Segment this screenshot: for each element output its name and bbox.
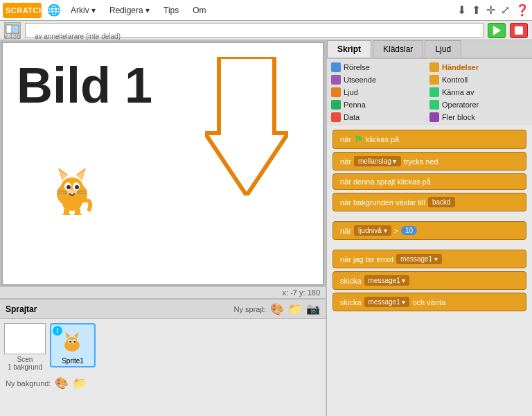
sprite1-label: Sprite1 bbox=[53, 357, 93, 365]
skicka-vanta-dropdown[interactable]: message1 ▾ bbox=[364, 297, 410, 307]
scene-item: Scen1 bakgrund bbox=[4, 323, 46, 371]
sprites-content: Scen1 bakgrund i bbox=[0, 319, 326, 375]
cat-känna-av[interactable]: Känna av bbox=[429, 87, 528, 98]
blocks-area: när ⚑ klickas på när mellanslag ▾ trycks… bbox=[327, 125, 532, 416]
svg-point-15 bbox=[66, 185, 71, 189]
cat-ljud[interactable]: Ljud bbox=[331, 87, 429, 98]
skicka-dropdown[interactable]: message1 ▾ bbox=[364, 275, 410, 286]
ljudnivå-value[interactable]: 10 bbox=[401, 226, 417, 235]
block-tar-emot[interactable]: när jag tar emot message1 ▾ bbox=[332, 250, 526, 268]
stage: Bild 1 bbox=[1, 42, 324, 286]
sprites-title: Sprajtar bbox=[6, 304, 37, 314]
cat-operatorer[interactable]: Operatorer bbox=[429, 99, 528, 110]
tab-skript[interactable]: Skript bbox=[327, 40, 371, 58]
block-skicka[interactable]: skicka message1 ▾ bbox=[332, 271, 526, 290]
bakgrund-dropdown[interactable]: backd bbox=[428, 197, 455, 207]
scene-thumbnail bbox=[4, 323, 46, 354]
stage-text: Bild 1 bbox=[17, 57, 152, 114]
cat-data[interactable]: Data bbox=[331, 112, 429, 123]
coordinates: x: -7 y: 180 bbox=[0, 287, 326, 298]
cat-penna[interactable]: Penna bbox=[331, 99, 429, 110]
stage-arrow bbox=[205, 57, 288, 196]
top-bar: SCRATCH 🌐 Arkiv ▾ Redigera ▾ Tips Om ⬇ ⬆… bbox=[0, 0, 532, 21]
svg-point-25 bbox=[62, 213, 71, 215]
svg-point-16 bbox=[75, 185, 79, 189]
author-label: av annelielarare (inte delad) bbox=[35, 33, 121, 40]
cat-rörelse[interactable]: Rörelse bbox=[331, 62, 429, 73]
svg-marker-31 bbox=[74, 332, 79, 338]
green-flag-button[interactable] bbox=[488, 23, 506, 38]
fullscreen-icon[interactable]: ✛ bbox=[486, 3, 495, 17]
menu-tips[interactable]: Tips bbox=[159, 4, 183, 17]
cat-kontroll[interactable]: Kontroll bbox=[429, 74, 528, 85]
upload-icon[interactable]: ⬆ bbox=[472, 3, 481, 17]
ny-bakgrund-label: Ny bakgrund: bbox=[6, 379, 51, 388]
svg-marker-30 bbox=[65, 332, 70, 338]
stop-button[interactable] bbox=[510, 23, 528, 38]
svg-text:SCRATCH: SCRATCH bbox=[6, 6, 42, 15]
paint-bg-icon[interactable]: 🎨 bbox=[55, 376, 69, 390]
help-icon[interactable]: ❓ bbox=[515, 3, 529, 17]
svg-rect-4 bbox=[6, 25, 12, 33]
categories: Rörelse Utseende Ljud Penna bbox=[327, 59, 532, 125]
version-label: v.436 bbox=[4, 33, 21, 40]
second-bar: Untitled v.436 av annelielarare (inte de… bbox=[0, 21, 532, 40]
block-skicka-vanta[interactable]: skicka message1 ▾ och vänta bbox=[332, 293, 526, 311]
block-sprajt-klick[interactable]: när denna sprajt klickas på bbox=[332, 173, 526, 190]
svg-point-29 bbox=[66, 337, 78, 347]
svg-point-34 bbox=[69, 340, 71, 343]
main-layout: Bild 1 bbox=[0, 40, 532, 416]
block-bakgrund-växer[interactable]: när bakgrunden växlar till backd bbox=[332, 193, 526, 211]
menu-redigera[interactable]: Redigera ▾ bbox=[105, 4, 154, 17]
scratch-logo: SCRATCH bbox=[3, 3, 42, 18]
mellanslag-dropdown[interactable]: mellanslag ▾ bbox=[354, 156, 401, 166]
green-flag-icon-inline: ⚑ bbox=[354, 134, 363, 145]
ny-bakgrund-row: Ny bakgrund: 🎨 📁 bbox=[0, 375, 326, 391]
menu-om[interactable]: Om bbox=[188, 4, 210, 17]
ljudnivå-dropdown[interactable]: ljudnivå ▾ bbox=[354, 225, 391, 236]
sprite1-item[interactable]: i Sprite1 bbox=[50, 323, 96, 367]
svg-point-26 bbox=[73, 213, 82, 215]
stage-area: Bild 1 bbox=[0, 40, 326, 416]
upload-sprite-icon[interactable]: 📁 bbox=[288, 302, 302, 315]
svg-point-17 bbox=[67, 189, 77, 195]
tabs: Skript Klädslar Ljud bbox=[327, 40, 532, 59]
svg-marker-27 bbox=[205, 57, 288, 196]
upload-bg-icon[interactable]: 📁 bbox=[73, 376, 87, 390]
tar-emot-dropdown[interactable]: message1 ▾ bbox=[396, 254, 442, 264]
new-sprite-label: Ny sprajt: bbox=[234, 305, 266, 313]
menu-arkiv[interactable]: Arkiv ▾ bbox=[66, 4, 100, 17]
cat-fler-block[interactable]: Fler block bbox=[429, 112, 528, 123]
download-icon[interactable]: ⬇ bbox=[457, 3, 466, 17]
block-mellanslag[interactable]: när mellanslag ▾ trycks ned bbox=[332, 152, 526, 171]
camera-sprite-icon[interactable]: 📷 bbox=[306, 302, 320, 315]
svg-marker-5 bbox=[493, 26, 501, 35]
globe-icon: 🌐 bbox=[47, 3, 61, 17]
cat-utseende[interactable]: Utseende bbox=[331, 74, 429, 85]
sprite1-info-badge: i bbox=[53, 326, 62, 336]
scene-label: Scen1 bakgrund bbox=[4, 356, 46, 371]
sprites-panel: Sprajtar Ny sprajt: 🎨 📁 📷 Scen1 bakgrund… bbox=[0, 298, 326, 416]
tab-ljud[interactable]: Ljud bbox=[425, 40, 461, 58]
stage-cat bbox=[44, 159, 100, 215]
svg-point-35 bbox=[73, 340, 76, 343]
svg-rect-6 bbox=[515, 26, 523, 35]
tab-kladdslar[interactable]: Klädslar bbox=[373, 40, 423, 58]
block-ljudnivå[interactable]: när ljudnivå ▾ > 10 bbox=[332, 221, 526, 240]
sprites-header: Sprajtar Ny sprajt: 🎨 📁 📷 bbox=[0, 300, 326, 319]
paint-sprite-icon[interactable]: 🎨 bbox=[270, 302, 284, 315]
turbo-icon[interactable]: ⤢ bbox=[501, 3, 510, 17]
cat-händelser[interactable]: Händelser bbox=[429, 62, 528, 73]
right-panel: Skript Klädslar Ljud Rörelse Utseende bbox=[326, 40, 532, 416]
block-green-flag[interactable]: när ⚑ klickas på bbox=[332, 130, 526, 149]
